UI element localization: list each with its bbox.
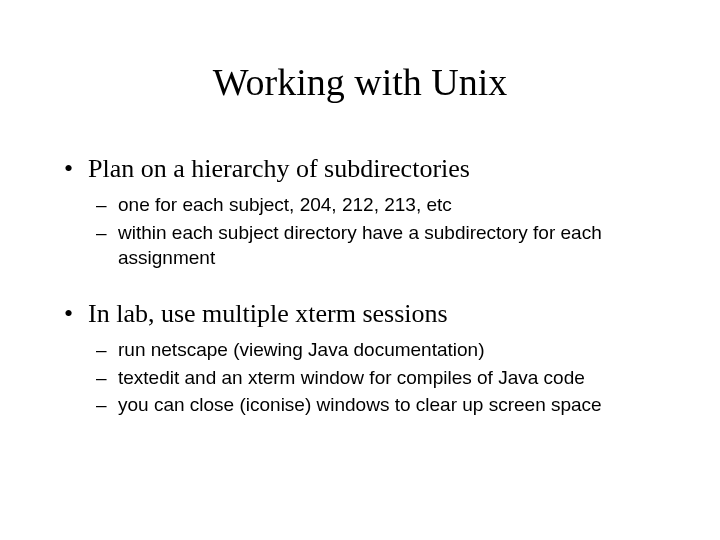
bullet-list: Plan on a hierarchy of subdirectories on…	[60, 154, 660, 418]
sub-item: run netscape (viewing Java documentation…	[60, 337, 660, 363]
bullet-item: Plan on a hierarchy of subdirectories	[60, 154, 660, 184]
sub-item: you can close (iconise) windows to clear…	[60, 392, 660, 418]
sub-item: one for each subject, 204, 212, 213, etc	[60, 192, 660, 218]
slide-title: Working with Unix	[60, 60, 660, 104]
sub-item: textedit and an xterm window for compile…	[60, 365, 660, 391]
sub-list: run netscape (viewing Java documentation…	[60, 337, 660, 418]
bullet-item: In lab, use multiple xterm sessions	[60, 299, 660, 329]
sub-item: within each subject directory have a sub…	[60, 220, 660, 271]
sub-list: one for each subject, 204, 212, 213, etc…	[60, 192, 660, 271]
